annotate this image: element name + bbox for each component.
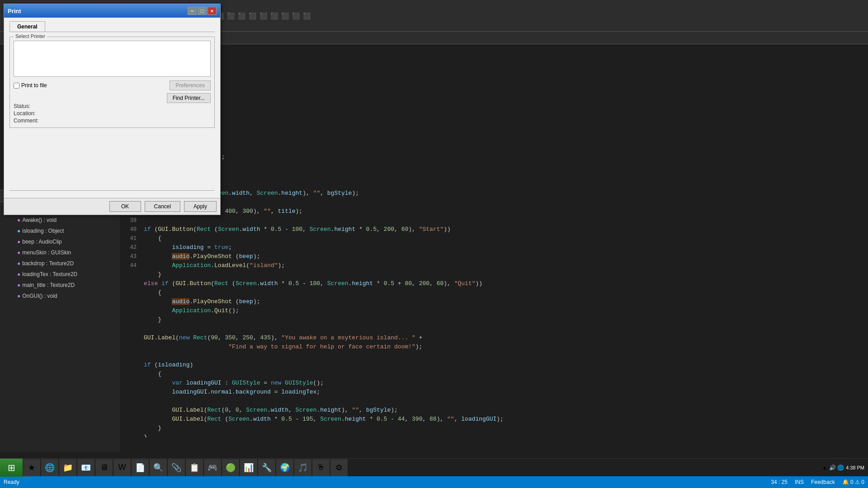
outline-item-backdrop-label: backdrop : Texture2D xyxy=(22,258,74,268)
toolbar-icon-19[interactable]: ⬛ xyxy=(247,11,257,21)
outline-item-awake[interactable]: ● Awake() : void xyxy=(2,215,118,225)
outline-item-awake-label: Awake() : void xyxy=(22,215,57,225)
location-value xyxy=(45,110,211,117)
taskbar-item-3[interactable]: 📁 xyxy=(59,459,76,476)
maximize-button[interactable]: □ xyxy=(198,7,207,15)
outline-item-ongui[interactable]: ● OnGUI() : void xyxy=(2,291,118,301)
code-line: "Find a way to signal for help or face c… xyxy=(144,343,504,352)
code-line xyxy=(144,216,504,225)
taskbar-item-13[interactable]: 📊 xyxy=(240,459,257,476)
line-num: 40 xyxy=(122,225,137,234)
toolbar-icon-21[interactable]: ⬛ xyxy=(269,11,279,21)
printer-info: Status: Location: Comment: xyxy=(14,103,211,124)
code-line: } xyxy=(144,424,504,433)
dot-purple-5-icon: ● xyxy=(17,269,20,279)
outline-item-beep[interactable]: ● beep : AudioClip xyxy=(2,236,118,247)
dialog-content: General Select Printer Print to file Pre… xyxy=(4,18,220,198)
taskbar-item-12[interactable]: 🟢 xyxy=(222,459,239,476)
code-line xyxy=(144,352,504,361)
apply-button[interactable]: Apply xyxy=(184,201,217,212)
taskbar-item-7[interactable]: 📄 xyxy=(132,459,149,476)
taskbar-item-9[interactable]: 📎 xyxy=(168,459,185,476)
taskbar-item-8[interactable]: 🔍 xyxy=(150,459,167,476)
status-mode: INS xyxy=(795,479,804,485)
toolbar-icon-23[interactable]: ⬛ xyxy=(291,11,301,21)
location-label: Location: xyxy=(14,110,45,117)
toolbar-icon-24[interactable]: ⬛ xyxy=(302,11,311,21)
line-num: 42 xyxy=(122,243,137,252)
printer-list[interactable] xyxy=(14,41,211,77)
code-line: isloading = true; xyxy=(144,243,504,252)
print-to-file-label: Print to file xyxy=(21,82,47,89)
tab-general[interactable]: General xyxy=(9,21,45,32)
outline-item-beep-label: beep : AudioClip xyxy=(22,237,61,247)
line-num: 41 xyxy=(122,234,137,243)
code-line: GUI.Label(Rect (Screen.width * 0.5 - 195… xyxy=(144,415,504,424)
find-printer-button[interactable]: Find Printer... xyxy=(167,93,211,103)
outline-item-loadingtex[interactable]: ● loadingTex : Texture2D xyxy=(2,269,118,280)
outline-tree: ▼ IslandSplashScreen ● Awake() : void ● … xyxy=(0,202,120,303)
comment-value xyxy=(45,117,211,124)
code-line: } xyxy=(144,270,504,279)
line-num: 39 xyxy=(122,216,137,225)
line-num: 44 xyxy=(122,261,137,270)
outline-item-menuskin-label: menuSkin : GUISkin xyxy=(22,248,71,258)
toolbar-icon-18[interactable]: ⬛ xyxy=(236,11,246,21)
print-dialog: Print − □ × General Select Printer Print… xyxy=(4,4,221,215)
ok-button[interactable]: OK xyxy=(109,201,141,212)
close-button[interactable]: × xyxy=(208,7,217,15)
dialog-buttons: OK Cancel Apply xyxy=(4,198,220,215)
code-line: if (isloading) xyxy=(144,361,504,370)
print-to-file-checkbox[interactable] xyxy=(14,83,19,89)
taskbar-tray: ▲ 🔊 🌐 4:38 PM xyxy=(818,459,868,477)
print-to-file-checkbox-row: Print to file xyxy=(14,82,47,89)
taskbar-item-14[interactable]: 🔧 xyxy=(258,459,275,476)
toolbar-icon-20[interactable]: ⬛ xyxy=(258,11,268,21)
outline-item-ongui-label: OnGUI() : void xyxy=(22,291,57,301)
outline-item-isloading[interactable]: ● isloading : Object xyxy=(2,225,118,236)
dot-purple-3-icon: ● xyxy=(17,248,20,258)
status-label: Status: xyxy=(14,103,45,109)
outline-item-menuskin[interactable]: ● menuSkin : GUISkin xyxy=(2,247,118,258)
dialog-separator xyxy=(9,190,215,191)
code-line xyxy=(144,397,504,406)
taskbar-item-10[interactable]: 📋 xyxy=(186,459,203,476)
dot-purple-4-icon: ● xyxy=(17,258,20,268)
code-line: { xyxy=(144,234,504,243)
status-icons: 🔔 0 ⚠ 0 xyxy=(842,479,864,485)
start-button[interactable]: ⊞ xyxy=(0,459,23,477)
outline-item-maintitle[interactable]: ● main_title : Texture2D xyxy=(2,280,118,291)
code-area[interactable]: 20 21 22 23 24 25 26 27 28 29 30 31 32 3… xyxy=(122,44,863,437)
taskbar-item-1[interactable]: ★ xyxy=(23,459,40,476)
taskbar-item-5[interactable]: 🖥 xyxy=(95,459,113,476)
cancel-button[interactable]: Cancel xyxy=(145,201,180,212)
taskbar-item-18[interactable]: ⚙ xyxy=(330,459,348,476)
dialog-title: Print xyxy=(8,8,21,14)
preferences-button[interactable]: Preferences xyxy=(170,80,211,90)
titlebar-controls: − □ × xyxy=(188,7,217,15)
taskbar-item-15[interactable]: 🌍 xyxy=(276,459,293,476)
taskbar-item-11[interactable]: 🎮 xyxy=(204,459,221,476)
code-line: audio.PlayOneShot (beep); xyxy=(144,252,504,261)
printer-options: Print to file Preferences xyxy=(14,80,211,90)
taskbar-item-4[interactable]: 📧 xyxy=(77,459,94,476)
code-line: loadingGUI.normal.background = loadingTe… xyxy=(144,388,504,397)
toolbar-icon-22[interactable]: ⬛ xyxy=(280,11,290,21)
status-value xyxy=(45,103,211,109)
toolbar-icon-17[interactable]: ⬛ xyxy=(226,11,236,21)
tray-clock[interactable]: 4:38 PM xyxy=(846,465,864,470)
code-line: { xyxy=(144,288,504,297)
code-line: Application.Quit(); xyxy=(144,306,504,315)
code-line: var loadingGUI : GUIStyle = new GUIStyle… xyxy=(144,379,504,388)
taskbar-item-16[interactable]: 🎵 xyxy=(294,459,311,476)
taskbar-item-6[interactable]: W xyxy=(113,459,131,476)
feedback-label[interactable]: Feedback xyxy=(811,479,835,485)
code-line: if (GUI.Button(Rect (Screen.width * 0.5 … xyxy=(144,225,504,234)
status-position: 34 : 25 xyxy=(771,479,788,485)
minimize-button[interactable]: − xyxy=(188,7,197,15)
taskbar-item-2[interactable]: 🌐 xyxy=(41,459,58,476)
outline-item-maintitle-label: main_title : Texture2D xyxy=(22,280,75,290)
taskbar-item-17[interactable]: 🖱 xyxy=(312,459,330,476)
outline-panel: Document Outline ☰ 🌲 × ▼ IslandSplashScr… xyxy=(0,190,120,452)
outline-item-backdrop[interactable]: ● backdrop : Texture2D xyxy=(2,258,118,269)
